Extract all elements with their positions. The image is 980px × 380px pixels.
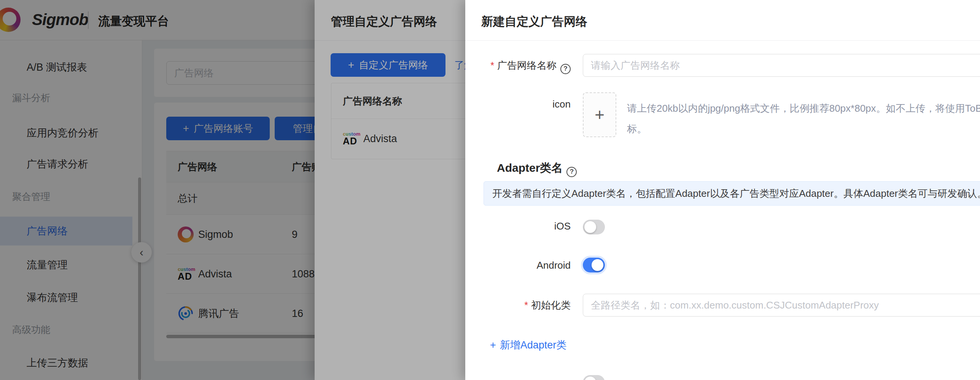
question-circle-icon[interactable]: ?	[560, 64, 571, 74]
toggle-knob	[592, 259, 603, 271]
android-label: Android	[465, 260, 571, 271]
add-adapter-class-link[interactable]: +新增Adapter类	[490, 338, 566, 352]
create-drawer-divider	[465, 40, 980, 41]
add-adapter-class-label: 新增Adapter类	[500, 339, 567, 351]
screen: Sigmob 流量变现平台 A/B 测试报表 漏斗分析 应用内竞价分析 广告请求…	[0, 0, 980, 380]
adapter-info-alert: 开发者需自行定义Adapter类名，包括配置Adapter以及各广告类型对应Ad…	[484, 181, 980, 206]
upload-hint-line2: 标。	[627, 122, 647, 136]
init-class-label: *初始化类	[465, 299, 571, 312]
network-name-input[interactable]	[583, 54, 980, 77]
icon-upload-box[interactable]: +	[583, 92, 616, 137]
network-name-label: *广告网络名称?	[465, 59, 571, 74]
next-row-toggle-partial[interactable]	[583, 375, 605, 380]
android-toggle[interactable]	[583, 258, 605, 272]
required-asterisk: *	[490, 60, 494, 71]
question-mark-glyph: ?	[563, 65, 567, 73]
upload-hint-line1: 请上传20kb以内的jpg/png格式文件，比例推荐80px*80px。如不上传…	[627, 102, 980, 115]
ios-toggle[interactable]	[583, 220, 605, 234]
ios-label: iOS	[465, 220, 571, 232]
adapter-info-text: 开发者需自行定义Adapter类名，包括配置Adapter以及各广告类型对应Ad…	[492, 182, 980, 205]
upload-plus-icon: +	[595, 105, 605, 124]
toggle-knob	[584, 377, 596, 380]
icon-label: icon	[465, 98, 571, 110]
adapter-class-heading: Adapter类名?	[497, 160, 577, 177]
plus-icon: +	[490, 339, 496, 351]
init-class-label-text: 初始化类	[531, 299, 571, 311]
init-class-input[interactable]	[583, 294, 980, 317]
create-custom-network-drawer: 新建自定义广告网络 *广告网络名称? icon + 请上传20kb以内的jpg/…	[465, 0, 980, 380]
required-asterisk: *	[524, 299, 528, 311]
question-circle-icon[interactable]: ?	[566, 167, 577, 177]
toggle-knob	[584, 221, 596, 233]
drawer-mask-2[interactable]	[0, 0, 465, 380]
question-mark-glyph: ?	[570, 168, 574, 176]
adapter-class-heading-text: Adapter类名	[497, 162, 563, 174]
network-name-label-text: 广告网络名称	[497, 60, 557, 71]
create-drawer-title: 新建自定义广告网络	[481, 14, 587, 30]
